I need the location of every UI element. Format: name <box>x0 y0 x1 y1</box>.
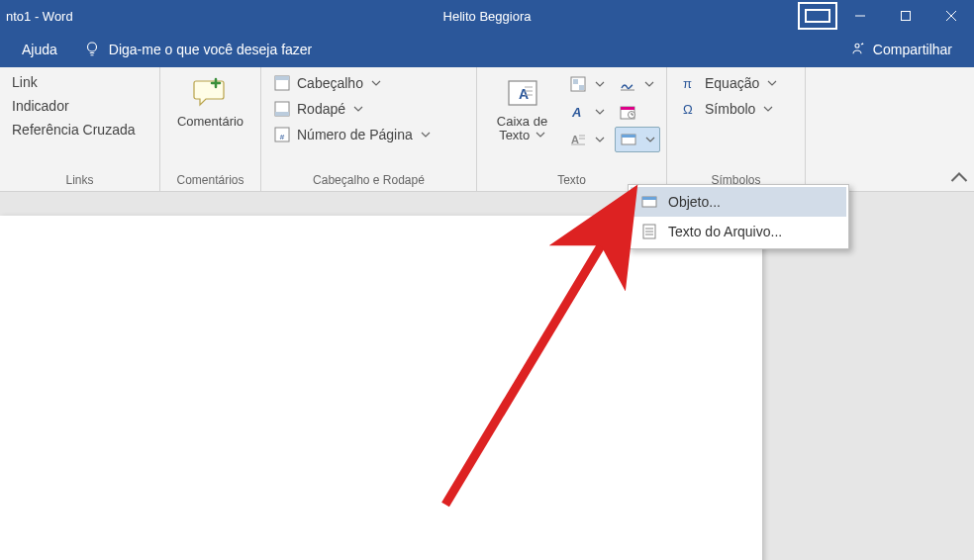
svg-text:A: A <box>519 86 529 102</box>
header-icon <box>273 74 291 92</box>
link-button[interactable]: Link <box>6 71 142 93</box>
chevron-down-icon <box>763 104 773 114</box>
tell-me-placeholder: Diga-me o que você deseja fazer <box>109 42 312 57</box>
comment-button[interactable]: Comentário <box>167 71 253 133</box>
ribbon-body: Link Indicador Referência Cruzada Links … <box>0 67 974 192</box>
chevron-down-icon <box>645 135 655 144</box>
svg-text:Ω: Ω <box>683 102 693 117</box>
group-header-footer: Cabeçalho Rodapé # Número de Página <box>261 67 477 191</box>
footer-icon <box>273 100 291 118</box>
svg-rect-11 <box>275 112 289 116</box>
svg-rect-9 <box>275 76 289 80</box>
text-box-icon: A <box>505 75 540 111</box>
svg-rect-0 <box>799 3 836 29</box>
text-box-label: Caixa de Texto <box>493 115 551 143</box>
svg-rect-3 <box>902 12 911 21</box>
close-button[interactable] <box>928 0 974 32</box>
svg-text:A: A <box>571 105 581 120</box>
svg-rect-25 <box>621 107 634 110</box>
group-header-footer-label: Cabeçalho e Rodapé <box>267 171 470 191</box>
svg-rect-20 <box>573 79 578 84</box>
maximize-button[interactable] <box>883 0 928 32</box>
page-number-icon: # <box>273 126 291 143</box>
header-label: Cabeçalho <box>297 75 363 91</box>
document-page[interactable] <box>0 216 762 560</box>
user-name: Helito Beggiora <box>443 9 532 24</box>
chevron-down-icon <box>595 79 605 89</box>
wordart-button[interactable]: A <box>565 99 609 125</box>
share-icon <box>849 41 865 59</box>
chevron-down-icon <box>421 130 431 140</box>
document-title: nto1 - Word <box>6 9 73 24</box>
share-label: Compartilhar <box>873 42 952 57</box>
bookmark-label: Indicador <box>12 98 69 114</box>
chevron-down-icon <box>371 78 381 88</box>
group-comments-label: Comentários <box>166 171 254 191</box>
collapse-ribbon-button[interactable] <box>950 169 968 187</box>
share-button[interactable]: Compartilhar <box>835 41 966 59</box>
cross-reference-label: Referência Cruzada <box>12 122 136 138</box>
svg-text:π: π <box>683 76 692 91</box>
group-links: Link Indicador Referência Cruzada Links <box>0 67 160 191</box>
drop-cap-button[interactable]: A <box>565 127 609 152</box>
quick-parts-button[interactable] <box>565 71 609 97</box>
tab-help[interactable]: Ajuda <box>8 32 71 67</box>
footer-button[interactable]: Rodapé <box>267 97 437 121</box>
chevron-down-icon <box>353 104 363 114</box>
menu-item-object[interactable]: Objeto... <box>631 187 846 217</box>
minimize-button[interactable] <box>837 0 883 32</box>
symbol-icon: Ω <box>681 100 699 118</box>
object-icon <box>640 193 658 211</box>
bookmark-button[interactable]: Indicador <box>6 95 142 117</box>
signature-icon <box>619 75 636 93</box>
quick-parts-icon <box>569 75 587 93</box>
comment-label: Comentário <box>177 115 244 129</box>
signature-line-button[interactable] <box>615 71 660 97</box>
symbol-button[interactable]: Ω Símbolo <box>673 97 785 121</box>
date-time-button[interactable] <box>615 99 660 125</box>
equation-icon: π <box>681 74 699 92</box>
tablet-mode-icon[interactable] <box>798 0 837 32</box>
svg-rect-1 <box>806 10 829 22</box>
cross-reference-button[interactable]: Referência Cruzada <box>6 119 142 140</box>
menu-item-text-from-file[interactable]: Texto do Arquivo... <box>631 217 846 246</box>
object-icon <box>620 131 637 148</box>
chevron-down-icon <box>644 79 654 89</box>
lightbulb-icon <box>83 40 101 60</box>
tab-help-label: Ajuda <box>22 42 57 57</box>
chevron-down-icon <box>767 78 777 88</box>
footer-label: Rodapé <box>297 101 345 117</box>
comment-icon <box>192 75 228 111</box>
text-box-button[interactable]: A Caixa de Texto <box>483 71 561 147</box>
svg-text:#: # <box>280 133 285 141</box>
header-button[interactable]: Cabeçalho <box>267 71 437 95</box>
group-comments: Comentário Comentários <box>160 67 261 191</box>
svg-text:A: A <box>571 134 579 145</box>
equation-label: Equação <box>705 75 759 91</box>
drop-cap-icon: A <box>569 131 587 148</box>
link-label: Link <box>12 74 38 90</box>
svg-point-7 <box>855 44 859 47</box>
chevron-down-icon <box>595 135 605 144</box>
page-number-button[interactable]: # Número de Página <box>267 123 437 146</box>
title-bar: nto1 - Word Helito Beggiora <box>0 0 974 32</box>
chevron-down-icon <box>595 107 605 117</box>
symbol-label: Símbolo <box>705 101 755 117</box>
object-button[interactable] <box>615 127 660 152</box>
svg-point-6 <box>87 43 96 51</box>
page-number-label: Número de Página <box>297 127 413 142</box>
group-symbols: π Equação Ω Símbolo Símbolos <box>667 67 806 191</box>
svg-rect-21 <box>579 85 584 90</box>
equation-button[interactable]: π Equação <box>673 71 785 95</box>
group-links-label: Links <box>6 171 153 191</box>
svg-rect-38 <box>642 197 656 200</box>
text-from-file-icon <box>640 223 658 240</box>
svg-rect-34 <box>622 135 635 138</box>
menu-item-object-label: Objeto... <box>668 194 721 210</box>
object-dropdown-menu: Objeto... Texto do Arquivo... <box>628 184 849 249</box>
tell-me-search[interactable]: Diga-me o que você deseja fazer <box>71 40 324 60</box>
date-time-icon <box>619 103 636 121</box>
ribbon-tab-row: Ajuda Diga-me o que você deseja fazer Co… <box>0 32 974 67</box>
group-text: A Caixa de Texto A <box>477 67 667 191</box>
menu-item-text-from-file-label: Texto do Arquivo... <box>668 224 782 239</box>
